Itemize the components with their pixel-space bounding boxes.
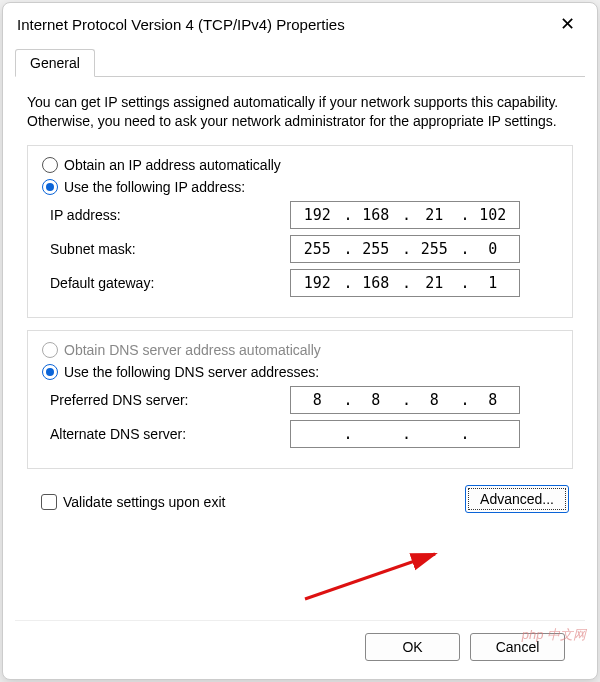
octet[interactable]: 8: [467, 391, 520, 409]
radio-icon: [42, 364, 58, 380]
radio-label: Obtain an IP address automatically: [64, 157, 281, 173]
radio-ip-manual[interactable]: Use the following IP address:: [42, 179, 558, 195]
radio-label: Use the following DNS server addresses:: [64, 364, 319, 380]
octet[interactable]: 21: [408, 274, 461, 292]
radio-icon: [42, 179, 58, 195]
checkbox-validate-settings[interactable]: Validate settings upon exit: [41, 494, 225, 510]
octet[interactable]: 8: [350, 391, 403, 409]
close-icon[interactable]: ✕: [552, 11, 583, 37]
radio-dns-manual[interactable]: Use the following DNS server addresses:: [42, 364, 558, 380]
advanced-button[interactable]: Advanced...: [465, 485, 569, 513]
radio-label: Use the following IP address:: [64, 179, 245, 195]
tab-strip: General: [15, 49, 585, 77]
octet[interactable]: 255: [350, 240, 403, 258]
field-label: Preferred DNS server:: [50, 392, 290, 408]
field-preferred-dns: Preferred DNS server: 8. 8. 8. 8: [50, 386, 558, 414]
titlebar: Internet Protocol Version 4 (TCP/IPv4) P…: [3, 3, 597, 41]
octet[interactable]: 168: [350, 274, 403, 292]
window-title: Internet Protocol Version 4 (TCP/IPv4) P…: [17, 16, 345, 33]
tab-general[interactable]: General: [15, 49, 95, 77]
field-alternate-dns: Alternate DNS server: . . .: [50, 420, 558, 448]
input-ip-address[interactable]: 192. 168. 21. 102: [290, 201, 520, 229]
radio-label: Obtain DNS server address automatically: [64, 342, 321, 358]
octet[interactable]: 192: [291, 206, 344, 224]
field-label: IP address:: [50, 207, 290, 223]
field-subnet-mask: Subnet mask: 255. 255. 255. 0: [50, 235, 558, 263]
content-panel: You can get IP settings assigned automat…: [3, 77, 597, 620]
radio-dns-auto: Obtain DNS server address automatically: [42, 342, 558, 358]
radio-icon: [42, 157, 58, 173]
input-alternate-dns[interactable]: . . .: [290, 420, 520, 448]
input-preferred-dns[interactable]: 8. 8. 8. 8: [290, 386, 520, 414]
radio-icon: [42, 342, 58, 358]
input-default-gateway[interactable]: 192. 168. 21. 1: [290, 269, 520, 297]
dialog-footer: OK Cancel: [15, 620, 585, 679]
octet[interactable]: 255: [291, 240, 344, 258]
octet[interactable]: 21: [408, 206, 461, 224]
field-default-gateway: Default gateway: 192. 168. 21. 1: [50, 269, 558, 297]
watermark-text: php 中文网: [522, 626, 586, 644]
field-label: Default gateway:: [50, 275, 290, 291]
field-label: Alternate DNS server:: [50, 426, 290, 442]
dns-group: Obtain DNS server address automatically …: [27, 330, 573, 469]
radio-ip-auto[interactable]: Obtain an IP address automatically: [42, 157, 558, 173]
checkbox-label: Validate settings upon exit: [63, 494, 225, 510]
dialog-window: Internet Protocol Version 4 (TCP/IPv4) P…: [2, 2, 598, 680]
checkbox-icon: [41, 494, 57, 510]
octet[interactable]: 8: [291, 391, 344, 409]
octet[interactable]: 102: [467, 206, 520, 224]
description-text: You can get IP settings assigned automat…: [27, 93, 573, 131]
octet[interactable]: 8: [408, 391, 461, 409]
ok-button[interactable]: OK: [365, 633, 460, 661]
field-label: Subnet mask:: [50, 241, 290, 257]
octet[interactable]: 255: [408, 240, 461, 258]
octet[interactable]: 168: [350, 206, 403, 224]
octet[interactable]: 1: [467, 274, 520, 292]
ip-group: Obtain an IP address automatically Use t…: [27, 145, 573, 318]
input-subnet-mask[interactable]: 255. 255. 255. 0: [290, 235, 520, 263]
octet[interactable]: 192: [291, 274, 344, 292]
octet[interactable]: 0: [467, 240, 520, 258]
field-ip-address: IP address: 192. 168. 21. 102: [50, 201, 558, 229]
